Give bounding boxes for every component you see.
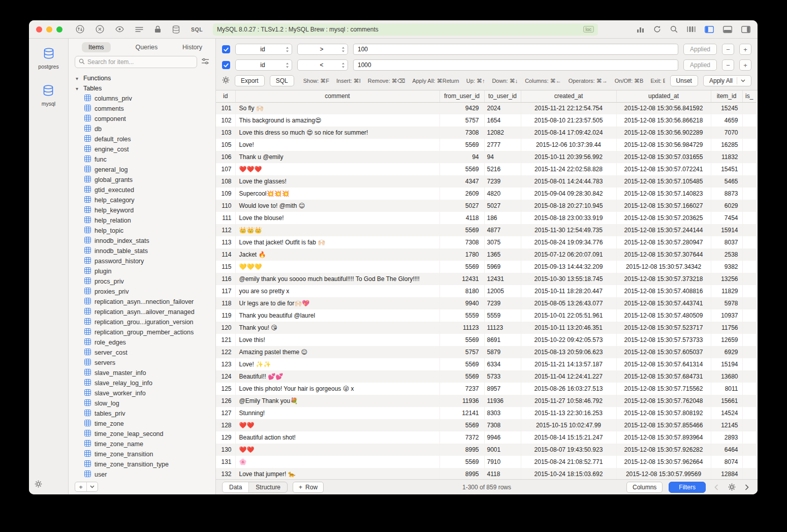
database-icon[interactable] [172,25,180,34]
tree-group-tables[interactable]: ▾ Tables [69,83,215,93]
cell-is[interactable] [742,395,757,407]
toggle-right-panel-icon[interactable] [741,26,750,33]
cell-created-at[interactable]: 2015-08-13 20:59:06.623 [521,346,616,358]
cell-is[interactable] [742,236,757,248]
cell-updated-at[interactable]: 2015-12-08 15:30:56.984729 [616,139,711,151]
cell-comment[interactable]: Ur legs are to die for🙌🏻💖 [235,297,439,309]
table-row[interactable]: 102 This background is amazing😍 5757 165… [216,114,757,127]
cell-comment[interactable]: ❤️❤️ [235,444,439,456]
cell-is[interactable] [742,273,757,285]
sidebar-table-item[interactable]: time_zone_leap_second [69,429,215,439]
table-row[interactable]: 132 Love that jumper! 🐆 8995 4118 2015-1… [216,468,757,479]
filter-applied-button[interactable]: Applied [683,44,717,55]
sidebar-table-item[interactable]: replication_asyn...nnection_failover [69,297,215,307]
cell-id[interactable]: 116 [216,273,235,285]
cell-comment[interactable]: Love this! [235,334,439,346]
table-row[interactable]: 114 Jacket 🔥 1780 1365 2015-07-12 06:20:… [216,248,757,261]
cell-created-at[interactable]: 2015-11-27 10:58:46.792 [521,395,616,407]
cell-is[interactable] [742,444,757,456]
cell-is[interactable] [742,407,757,419]
cell-is[interactable] [742,297,757,309]
cell-updated-at[interactable]: 2015-12-08 15:30:57.573733 [616,334,711,346]
sidebar-table-item[interactable]: slow_log [69,398,215,409]
unset-button[interactable]: Unset [670,75,698,86]
sidebar-table-item[interactable]: global_grants [69,175,215,185]
cell-created-at[interactable]: 2015-08-18 23:00:33.919 [521,212,616,224]
cell-to-user-id[interactable]: 5733 [484,370,521,383]
cell-item-id[interactable]: 8074 [711,456,742,468]
refresh-icon[interactable] [653,25,661,33]
cell-id[interactable]: 101 [216,102,235,114]
sidebar-table-item[interactable]: db [69,124,215,134]
cell-is[interactable] [742,431,757,444]
tab-queries[interactable]: Queries [135,44,158,51]
cell-comment[interactable]: you are so pretty x [235,285,439,297]
table-row[interactable]: 122 Amazing pastel theme 😊 5757 5879 201… [216,346,757,358]
cell-updated-at[interactable]: 2015-12-08 15:30:57.34342 [616,261,711,273]
prev-page-icon[interactable] [712,484,721,490]
cell-id[interactable]: 124 [216,370,235,383]
column-header[interactable]: is_ [742,90,757,102]
cell-item-id[interactable]: 8873 [711,187,742,200]
cell-to-user-id[interactable]: 2777 [484,139,521,151]
cell-to-user-id[interactable]: 7308 [484,419,521,431]
cell-id[interactable]: 129 [216,431,235,444]
table-row[interactable]: 130 ❤️❤️ 8995 9001 2015-08-07 19:43:50.9… [216,444,757,456]
cell-id[interactable]: 103 [216,127,235,139]
cell-created-at[interactable]: 2015-10-11 18:28:20.447 [521,285,616,297]
cell-from-user-id[interactable]: 12431 [439,273,484,285]
sidebar-table-item[interactable]: replication_asyn...ailover_managed [69,307,215,317]
cell-updated-at[interactable]: 2015-12-08 15:30:56.841592 [616,102,711,114]
cell-from-user-id[interactable]: 5569 [439,358,484,370]
cell-to-user-id[interactable]: 9946 [484,431,521,444]
cell-comment[interactable]: @Emily Thank you💐 [235,395,439,407]
cell-from-user-id[interactable]: 5569 [439,139,484,151]
cell-item-id[interactable]: 6929 [711,346,742,358]
cell-is[interactable] [742,102,757,114]
cell-comment[interactable]: 🌸 [235,456,439,468]
connection-postgres[interactable]: postgres [38,48,58,70]
cell-is[interactable] [742,175,757,187]
cell-updated-at[interactable]: 2015-12-08 15:30:57.203625 [616,212,711,224]
table-row[interactable]: 125 Love this photo! Your hair is gorgeo… [216,383,757,395]
sidebar-table-item[interactable]: engine_cost [69,144,215,154]
cell-from-user-id[interactable]: 1780 [439,248,484,261]
cell-comment[interactable]: 💛💛💛 [235,261,439,273]
table-row[interactable]: 131 🌸 5569 7910 2015-08-24 21:08:52.771 … [216,456,757,468]
apply-all-button[interactable]: Apply All [703,75,751,86]
cell-created-at[interactable]: 2015-08-18 20:27:10.945 [521,200,616,212]
cell-to-user-id[interactable]: 6334 [484,358,521,370]
chevron-down-icon[interactable]: ▾ [76,76,80,81]
cell-to-user-id[interactable]: 7910 [484,456,521,468]
cell-id[interactable]: 102 [216,114,235,127]
cell-from-user-id[interactable]: 2609 [439,187,484,200]
cell-is[interactable] [742,248,757,261]
cell-id[interactable]: 122 [216,346,235,358]
tab-structure[interactable]: Structure [248,482,287,492]
cell-item-id[interactable]: 12884 [711,468,742,479]
cell-from-user-id[interactable]: 7308 [439,127,484,139]
sidebar-table-item[interactable]: replication_group_member_actions [69,327,215,337]
cell-id[interactable]: 126 [216,395,235,407]
cell-is[interactable] [742,261,757,273]
cell-created-at[interactable]: 2015-10-22 09:42:05.573 [521,334,616,346]
cell-id[interactable]: 127 [216,407,235,419]
cell-updated-at[interactable]: 2015-12-08 15:30:57.715562 [616,383,711,395]
view-columns-icon[interactable] [687,26,696,33]
table-row[interactable]: 108 Love the glasses! 4347 7239 2015-08-… [216,175,757,187]
cell-created-at[interactable]: 2015-08-26 16:03:27.513 [521,383,616,395]
cell-updated-at[interactable]: 2015-12-08 15:30:56.902289 [616,127,711,139]
sidebar-table-item[interactable]: general_log [69,165,215,175]
cell-from-user-id[interactable]: 4347 [439,175,484,187]
cell-id[interactable]: 111 [216,212,235,224]
cell-updated-at[interactable]: 2015-12-08 15:30:57.641314 [616,358,711,370]
sidebar-table-item[interactable]: func [69,154,215,165]
cell-from-user-id[interactable]: 4118 [439,212,484,224]
sidebar-table-item[interactable]: user [69,470,215,479]
cell-from-user-id[interactable]: 7237 [439,383,484,395]
minimize-window-button[interactable] [46,26,52,33]
cell-is[interactable] [742,468,757,479]
cell-is[interactable] [742,163,757,175]
cell-from-user-id[interactable]: 5569 [439,224,484,236]
cell-created-at[interactable]: 2015-08-24 19:09:34.776 [521,236,616,248]
